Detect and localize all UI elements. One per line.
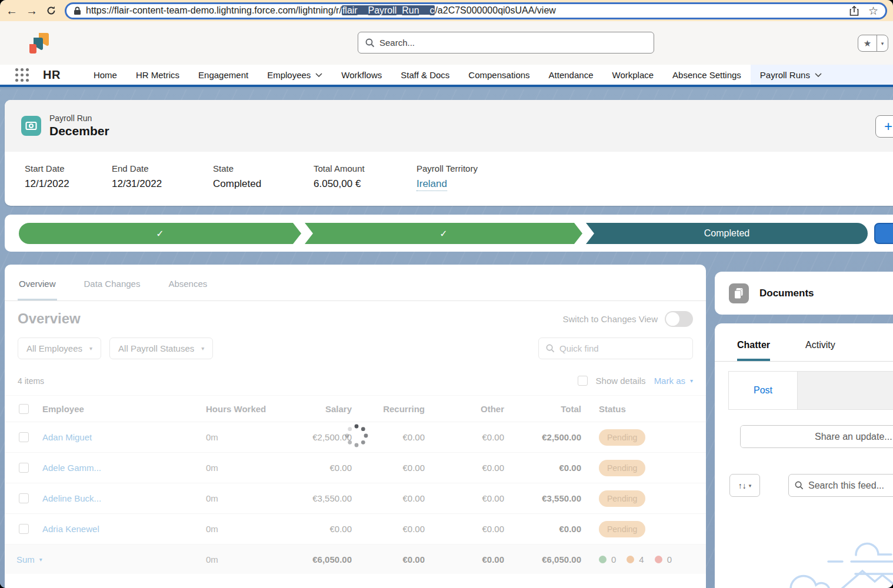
employee-link[interactable]: Adele Gamm...: [42, 463, 206, 473]
url-selected-segment: flair__Payroll_Run__c: [342, 5, 435, 15]
select-all-checkbox[interactable]: [19, 404, 29, 414]
employee-link[interactable]: Adan Miguet: [42, 432, 206, 442]
quick-find-input[interactable]: [559, 343, 685, 353]
quick-find-search[interactable]: [538, 338, 693, 359]
nav-tab-absence-settings[interactable]: Absence Settings: [663, 65, 751, 85]
url-text: https://flair-content-team-demo.lightnin…: [86, 5, 845, 16]
sum-toggle[interactable]: Sum▾: [5, 554, 206, 564]
table-header-row: Employee Hours Worked Salary Recurring O…: [5, 395, 706, 422]
empty-feed-illustration: [715, 533, 893, 588]
feed-search-input[interactable]: [808, 480, 893, 491]
reload-icon[interactable]: [46, 5, 56, 16]
field-start-date: Start Date 12/1/2022: [25, 163, 112, 190]
publisher-filler: [798, 372, 893, 409]
publisher-tabs: Post: [728, 371, 893, 410]
stage-path-card: ✓ ✓ Completed: [5, 215, 893, 252]
record-highlight-fields: Start Date 12/1/2022 End Date 12/31/2022…: [5, 152, 893, 190]
employees-filter-dropdown[interactable]: All Employees▾: [18, 338, 101, 359]
chevron-down-icon: ▾: [201, 345, 204, 352]
global-search[interactable]: [358, 32, 654, 54]
nav-tabs: Home HR Metrics Engagement Employees Wor…: [84, 65, 893, 85]
back-icon[interactable]: ←: [6, 5, 18, 16]
favorite-star-icon[interactable]: ★: [858, 35, 877, 51]
nav-tab-compensations[interactable]: Compensations: [459, 65, 539, 85]
chevron-down-icon: ▾: [89, 345, 92, 352]
share-icon[interactable]: [849, 5, 859, 16]
browser-window: ← → https://flair-content-team-demo.ligh…: [0, 0, 893, 588]
app-navbar: HR Home HR Metrics Engagement Employees …: [0, 65, 893, 87]
nav-tab-engagement[interactable]: Engagement: [189, 65, 258, 85]
tab-post[interactable]: Post: [729, 372, 798, 409]
favorites-caret-icon[interactable]: ▾: [877, 41, 888, 46]
nav-tab-workplace[interactable]: Workplace: [603, 65, 664, 85]
chevron-down-icon: ▾: [749, 483, 752, 489]
nav-tab-hr-metrics[interactable]: HR Metrics: [126, 65, 189, 85]
nav-tab-home[interactable]: Home: [84, 65, 126, 85]
show-details-label: Show details: [596, 376, 646, 386]
table-row: Adria Kenewel 0m €0.00 €0.00 €0.00 €0.00…: [5, 514, 706, 544]
table-row: Adele Gamm... 0m €0.00 €0.00 €0.00 €0.00…: [5, 453, 706, 483]
search-icon: [795, 481, 804, 490]
documents-icon: [729, 283, 749, 303]
browser-chrome: ← → https://flair-content-team-demo.ligh…: [0, 0, 893, 21]
tab-activity[interactable]: Activity: [805, 340, 835, 361]
nav-tab-workflows[interactable]: Workflows: [332, 65, 391, 85]
check-icon: ✓: [156, 228, 164, 239]
status-badge: Pending: [599, 521, 645, 537]
tab-overview[interactable]: Overview: [18, 279, 57, 300]
payroll-territory-link[interactable]: Ireland: [416, 178, 447, 191]
nav-tab-payroll-runs[interactable]: Payroll Runs: [751, 65, 893, 85]
global-search-input[interactable]: [379, 38, 647, 48]
row-checkbox[interactable]: [19, 493, 29, 503]
feed-sort-button[interactable]: ↑↓ ▾: [729, 474, 760, 497]
red-status-dot: [655, 556, 662, 563]
changes-view-toggle-label: Switch to Changes View: [563, 314, 658, 324]
documents-card[interactable]: Documents: [715, 272, 893, 315]
table-sum-row: Sum▾ 0m €6,050.00 €0.00 €0.00 €6,050.00 …: [5, 544, 706, 574]
search-icon: [546, 344, 555, 353]
employee-link[interactable]: Adria Kenewel: [42, 524, 206, 534]
status-badge: Pending: [599, 490, 645, 507]
items-count: 4 items: [18, 376, 44, 386]
chevron-down-icon: ▾: [690, 377, 693, 384]
share-update-field[interactable]: [740, 425, 893, 448]
show-details-checkbox[interactable]: [578, 376, 588, 386]
share-update-input[interactable]: [741, 426, 893, 447]
changes-view-toggle[interactable]: [665, 311, 693, 327]
status-badge: Pending: [599, 429, 645, 446]
employee-link[interactable]: Adeline Buck...: [42, 493, 206, 503]
section-heading: Overview: [18, 310, 81, 327]
path-stage-done-2[interactable]: ✓: [305, 223, 582, 244]
row-checkbox[interactable]: [19, 463, 29, 473]
row-checkbox[interactable]: [19, 432, 29, 442]
field-state: State Completed: [213, 163, 314, 190]
tab-data-changes[interactable]: Data Changes: [83, 279, 142, 300]
forward-icon[interactable]: →: [26, 5, 38, 16]
status-badge: Pending: [599, 460, 645, 476]
url-bar[interactable]: https://flair-content-team-demo.lightnin…: [65, 2, 887, 19]
chevron-down-icon: ▾: [39, 556, 42, 563]
sort-arrows-icon: ↑↓: [738, 481, 747, 490]
check-icon: ✓: [439, 228, 447, 239]
favorites-button[interactable]: ★ ▾: [858, 35, 888, 52]
record-title: December: [49, 124, 109, 138]
feed-search-field[interactable]: [788, 474, 893, 497]
global-header: ★ ▾: [0, 21, 893, 65]
url-prefix: https://flair-content-team-demo.lightnin…: [86, 5, 342, 15]
app-launcher-icon[interactable]: [15, 68, 29, 82]
field-payroll-territory: Payroll Territory Ireland: [416, 163, 478, 190]
mark-as-button[interactable]: Mark as▾: [654, 376, 693, 386]
path-stage-completed[interactable]: Completed: [586, 223, 868, 244]
follow-button[interactable]: +: [875, 115, 893, 138]
nav-tab-staff-docs[interactable]: Staff & Docs: [391, 65, 459, 85]
stage-action-button[interactable]: [874, 223, 893, 244]
nav-tab-employees[interactable]: Employees: [258, 65, 332, 85]
tab-absences[interactable]: Absences: [167, 279, 208, 300]
nav-tab-attendance[interactable]: Attendance: [539, 65, 603, 85]
bookmark-star-icon[interactable]: ☆: [868, 4, 878, 18]
payroll-status-filter-dropdown[interactable]: All Payroll Statuses▾: [109, 338, 213, 359]
tab-chatter[interactable]: Chatter: [737, 340, 770, 361]
chevron-down-icon: [815, 73, 822, 77]
path-stage-done-1[interactable]: ✓: [19, 223, 301, 244]
row-checkbox[interactable]: [19, 524, 29, 534]
